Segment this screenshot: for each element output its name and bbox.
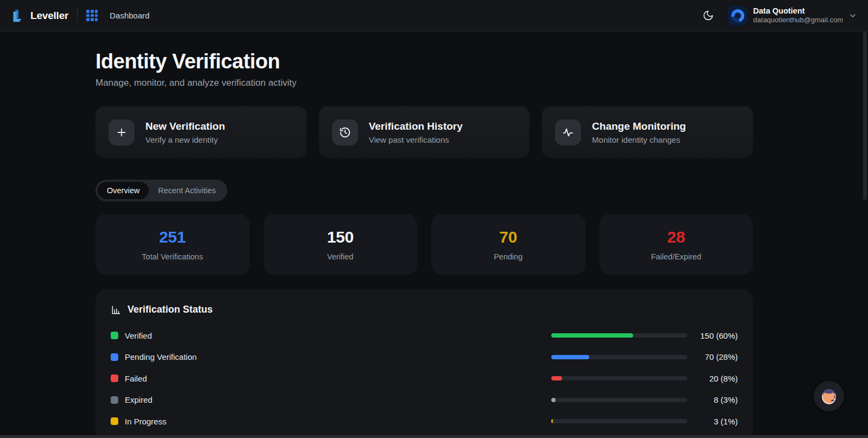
status-swatch — [111, 396, 118, 404]
status-swatch — [111, 374, 118, 382]
action-subtitle: View past verifications — [369, 135, 463, 144]
progress-fill — [551, 333, 633, 338]
stat-cards: 251 Total Verifications 150 Verified 70 … — [95, 214, 753, 275]
status-label: In Progress — [125, 417, 551, 426]
tab-overview[interactable]: Overview — [98, 182, 149, 199]
stat-value: 251 — [159, 228, 186, 246]
page-title: Identity Verification — [95, 50, 753, 73]
progress-track — [551, 333, 687, 338]
tab-recent-activities[interactable]: Recent Activities — [149, 182, 225, 199]
verification-history-card[interactable]: Verification History View past verificat… — [319, 106, 530, 158]
moon-icon — [703, 10, 714, 21]
stat-verified: 150 Verified — [264, 214, 418, 275]
status-label: Verified — [125, 331, 551, 340]
stat-pending: 70 Pending — [431, 214, 585, 275]
status-value: 3 (1%) — [687, 417, 738, 426]
stat-label: Pending — [494, 252, 522, 261]
status-value: 20 (8%) — [687, 374, 738, 383]
status-row-failed: Failed 20 (8%) — [111, 373, 738, 383]
nav-divider — [77, 9, 78, 23]
progress-track — [551, 419, 687, 423]
verification-status-card: Verification Status Verified 150 (60%) P… — [95, 289, 753, 438]
change-monitoring-card[interactable]: Change Monitoring Monitor identity chang… — [542, 106, 753, 158]
stat-label: Failed/Expired — [651, 252, 701, 261]
status-row-pending: Pending Verification 70 (28%) — [111, 352, 738, 362]
page-header: Identity Verification Manage, monitor, a… — [95, 31, 753, 88]
stat-value: 28 — [667, 228, 685, 246]
stat-value: 70 — [499, 228, 517, 246]
theme-toggle-button[interactable] — [700, 8, 716, 23]
status-label: Pending Verification — [125, 352, 551, 361]
progress-fill — [551, 419, 553, 423]
status-value: 70 (28%) — [687, 352, 738, 361]
leveller-l-logo-icon — [9, 8, 25, 24]
stat-failed-expired: 28 Failed/Expired — [599, 214, 754, 275]
user-name: Data Quotient — [753, 6, 843, 16]
status-label: Failed — [125, 374, 551, 383]
activity-icon — [555, 119, 581, 145]
grid-apps-icon[interactable] — [86, 10, 98, 21]
stat-label: Verified — [327, 252, 353, 261]
history-icon — [332, 119, 358, 145]
brand-name: Leveller — [30, 10, 68, 22]
stat-value: 150 — [327, 228, 354, 246]
page-scrollbar[interactable] — [863, 31, 867, 435]
status-swatch — [111, 332, 118, 339]
top-navbar: Leveller Dashboard Data Quotient dataquo… — [0, 0, 868, 31]
plus-icon — [108, 119, 135, 145]
stat-label: Total Verifications — [142, 252, 203, 261]
status-row-in-progress: In Progress 3 (1%) — [111, 416, 738, 426]
status-label: Expired — [125, 395, 551, 404]
status-value: 150 (60%) — [687, 331, 738, 340]
chevron-down-icon — [848, 11, 857, 20]
brand-logo[interactable]: Leveller — [9, 8, 68, 24]
status-row-expired: Expired 8 (3%) — [111, 395, 738, 405]
support-chat-button[interactable] — [814, 381, 844, 411]
progress-fill — [551, 355, 589, 359]
user-avatar — [728, 6, 748, 26]
status-value: 8 (3%) — [687, 395, 738, 404]
nav-dashboard-link[interactable]: Dashboard — [110, 11, 149, 20]
action-title: New Verification — [145, 120, 225, 132]
window-bottom-edge — [0, 435, 868, 438]
quick-actions: New Verification Verify a new identity V… — [95, 106, 753, 158]
support-agent-avatar-icon — [819, 386, 839, 407]
progress-track — [551, 355, 687, 359]
status-section-title: Verification Status — [127, 304, 213, 315]
action-title: Change Monitoring — [592, 120, 686, 132]
page-subtitle: Manage, monitor, and analyze verificatio… — [95, 78, 753, 88]
progress-fill — [551, 376, 562, 380]
user-menu[interactable]: Data Quotient dataquotienthub@gmail.com — [728, 6, 857, 26]
action-subtitle: Verify a new identity — [145, 135, 225, 144]
progress-track — [551, 376, 687, 380]
main-content: Identity Verification Manage, monitor, a… — [95, 31, 753, 438]
bar-chart-icon — [111, 304, 122, 315]
progress-fill — [551, 398, 556, 402]
action-title: Verification History — [369, 120, 463, 132]
status-swatch — [111, 417, 118, 425]
user-email: dataquotienthub@gmail.com — [753, 16, 843, 24]
progress-track — [551, 398, 687, 402]
view-tabs: Overview Recent Activities — [95, 180, 227, 201]
new-verification-card[interactable]: New Verification Verify a new identity — [95, 106, 307, 158]
status-row-verified: Verified 150 (60%) — [111, 331, 738, 340]
action-subtitle: Monitor identity changes — [592, 135, 686, 144]
stat-total-verifications: 251 Total Verifications — [95, 214, 250, 275]
status-swatch — [111, 353, 118, 361]
